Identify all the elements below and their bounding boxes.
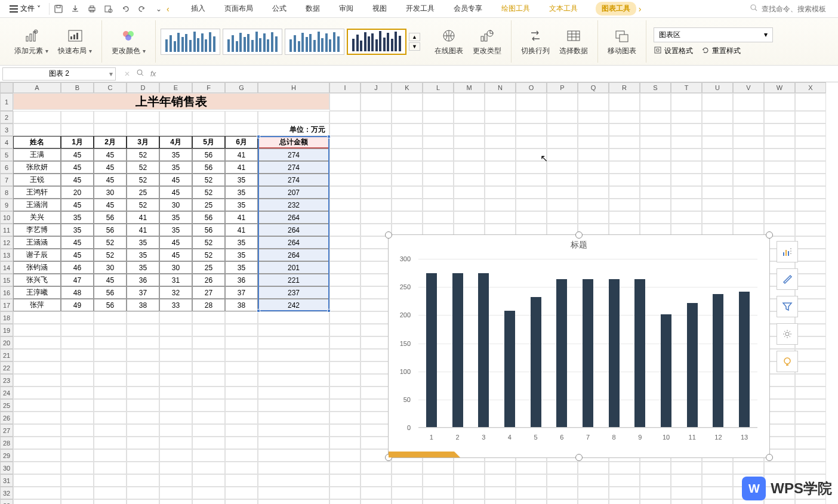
cell[interactable] — [329, 161, 361, 174]
cell[interactable] — [671, 474, 702, 487]
cell[interactable]: 52 — [192, 236, 225, 249]
cell[interactable]: 45 — [159, 236, 192, 249]
search-input[interactable] — [762, 5, 833, 13]
cell[interactable] — [61, 474, 94, 487]
cell[interactable] — [61, 361, 94, 374]
cell[interactable] — [423, 161, 454, 174]
cell[interactable]: 35 — [127, 236, 159, 249]
cell[interactable] — [454, 93, 485, 111]
cell[interactable] — [795, 449, 826, 462]
row-header[interactable]: 5 — [0, 149, 13, 161]
cell[interactable]: 52 — [192, 186, 225, 199]
cell[interactable] — [329, 399, 361, 412]
cell[interactable] — [702, 462, 733, 474]
cell[interactable]: 35 — [225, 186, 258, 199]
cell[interactable] — [733, 462, 764, 474]
cell[interactable]: 2月 — [94, 136, 127, 149]
cell[interactable] — [609, 174, 640, 186]
cell[interactable] — [258, 424, 329, 437]
cell[interactable] — [640, 186, 671, 199]
row-header[interactable]: 24 — [0, 386, 13, 399]
cell[interactable] — [702, 474, 733, 487]
tab-insert[interactable]: 插入 — [190, 1, 207, 16]
cell[interactable] — [764, 211, 795, 224]
cell[interactable] — [795, 111, 826, 123]
cell[interactable] — [795, 324, 826, 336]
cell[interactable] — [609, 111, 640, 123]
cell[interactable] — [764, 149, 795, 161]
cell[interactable] — [361, 487, 392, 499]
cell[interactable] — [392, 211, 423, 224]
cell[interactable] — [159, 449, 192, 462]
cell[interactable] — [127, 386, 159, 399]
cell[interactable] — [329, 336, 361, 349]
cell[interactable] — [13, 399, 61, 412]
cell[interactable] — [127, 449, 159, 462]
cell[interactable] — [13, 349, 61, 361]
cell[interactable] — [225, 499, 258, 504]
resize-handle[interactable] — [766, 454, 773, 461]
cell[interactable] — [94, 487, 127, 499]
cell[interactable] — [485, 123, 516, 136]
cell[interactable] — [329, 349, 361, 361]
cell[interactable]: 52 — [127, 174, 159, 186]
cell[interactable] — [795, 299, 826, 311]
cell[interactable] — [361, 286, 392, 299]
cell[interactable] — [764, 174, 795, 186]
cell[interactable] — [795, 386, 826, 399]
cell[interactable] — [329, 236, 361, 249]
column-header[interactable]: G — [225, 82, 258, 93]
cell[interactable]: 31 — [159, 274, 192, 286]
cell[interactable]: 30 — [159, 199, 192, 211]
row-header[interactable]: 3 — [0, 123, 13, 136]
cell[interactable]: 25 — [192, 261, 225, 274]
cell[interactable] — [764, 136, 795, 149]
cell[interactable] — [764, 123, 795, 136]
chart-bar[interactable] — [634, 279, 645, 427]
chart-bar[interactable] — [583, 279, 593, 427]
cell[interactable] — [454, 499, 485, 504]
column-header[interactable]: E — [159, 82, 192, 93]
cell[interactable] — [94, 111, 127, 123]
cell[interactable] — [159, 474, 192, 487]
chart-bar[interactable] — [687, 303, 698, 427]
cell[interactable]: 45 — [94, 161, 127, 174]
cell[interactable]: 48 — [61, 286, 94, 299]
cell[interactable] — [127, 462, 159, 474]
cell[interactable] — [640, 93, 671, 111]
cell[interactable] — [361, 399, 392, 412]
cell[interactable] — [609, 462, 640, 474]
cell[interactable] — [516, 174, 547, 186]
cell[interactable] — [516, 161, 547, 174]
row-header[interactable]: 18 — [0, 311, 13, 324]
cell[interactable] — [578, 149, 609, 161]
cell[interactable] — [733, 93, 764, 111]
cell[interactable]: 264 — [258, 211, 329, 224]
cell[interactable] — [702, 174, 733, 186]
cell[interactable]: 52 — [127, 149, 159, 161]
cell[interactable] — [671, 462, 702, 474]
cell[interactable] — [454, 462, 485, 474]
cell[interactable] — [640, 136, 671, 149]
cell[interactable] — [671, 111, 702, 123]
row-header[interactable]: 26 — [0, 412, 13, 424]
column-header[interactable]: H — [258, 82, 329, 93]
chart-tips-button[interactable] — [777, 351, 798, 372]
cell[interactable] — [547, 499, 578, 504]
cell[interactable]: 52 — [127, 161, 159, 174]
cell[interactable] — [547, 487, 578, 499]
cell[interactable] — [61, 311, 94, 324]
cell[interactable]: 56 — [94, 286, 127, 299]
cell[interactable]: 35 — [159, 149, 192, 161]
cell[interactable]: 35 — [225, 199, 258, 211]
cell[interactable] — [94, 499, 127, 504]
cell[interactable] — [127, 361, 159, 374]
cell[interactable] — [258, 311, 329, 324]
output-icon[interactable] — [70, 4, 81, 14]
row-header[interactable]: 13 — [0, 249, 13, 261]
cell[interactable] — [671, 211, 702, 224]
cell[interactable] — [225, 324, 258, 336]
undo-icon[interactable] — [120, 4, 131, 14]
cell[interactable] — [733, 174, 764, 186]
cell[interactable] — [795, 361, 826, 374]
